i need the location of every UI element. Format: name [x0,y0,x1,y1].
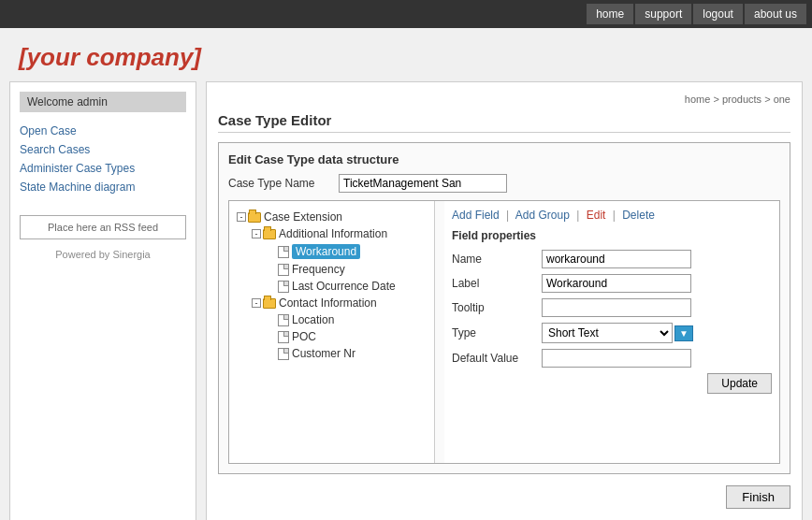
nav-about-button[interactable]: about us [745,4,806,24]
prop-name-label: Name [452,253,536,266]
prop-type-label: Type [452,326,536,339]
sidebar-item-administer-case-types[interactable]: Administer Case Types [20,159,186,178]
editor-section-title: Edit Case Type data structure [228,152,780,166]
sidebar: Welcome admin Open Case Search Cases Adm… [9,81,196,520]
tree-node-frequency[interactable]: Frequency [237,261,427,278]
edit-link[interactable]: Edit [587,209,606,222]
nav-support-button[interactable]: support [635,4,691,24]
field-properties-title: Field properties [452,229,772,242]
page-title: Case Type Editor [218,112,790,133]
file-icon-customer-nr [278,348,289,360]
tree-node-customer-nr[interactable]: Customer Nr [237,345,427,362]
welcome-bar: Welcome admin [20,92,186,112]
tree-node-poc[interactable]: POC [237,328,427,345]
node-label-workaround: Workaround [292,244,360,259]
prop-default-input[interactable] [542,349,691,368]
sidebar-item-state-machine[interactable]: State Machine diagram [20,178,186,196]
folder-icon-case-extension [248,212,261,223]
node-label-last-occurrence: Last Ocurrence Date [292,280,396,293]
tree-line-location [267,313,276,326]
separator-3: | [613,209,616,222]
folder-icon-contact-info [263,298,276,309]
separator-1: | [506,209,509,222]
file-icon-poc [278,331,289,343]
folder-icon-additional-info [263,229,276,239]
top-nav-bar: home support logout about us [0,0,812,28]
prop-default-label: Default Value [452,352,536,365]
tree-node-case-extension[interactable]: - Case Extension [237,209,427,225]
case-type-name-input[interactable] [339,174,507,193]
case-type-name-label: Case Type Name [228,177,331,190]
editor-panel: Edit Case Type data structure Case Type … [218,142,790,474]
tree-line-last-occurrence [267,280,276,293]
tree-line-customer-nr [267,347,276,360]
prop-label-label: Label [452,277,536,290]
sidebar-item-search-cases[interactable]: Search Cases [20,140,186,159]
expand-contact-info[interactable]: - [252,298,261,308]
tree-line-frequency [267,263,276,276]
tree-node-contact-info[interactable]: - Contact Information [237,295,427,311]
prop-type-select[interactable]: Short Text Long Text Date Number Boolean [542,323,673,343]
file-icon-last-occurrence [278,281,289,293]
prop-name-input[interactable] [542,250,691,268]
tree-line-workaround [267,245,276,258]
node-label-customer-nr: Customer Nr [292,347,355,360]
tree-node-location[interactable]: Location [237,311,427,328]
file-icon-workaround [278,246,289,258]
nav-logout-button[interactable]: logout [693,4,743,24]
tree-panel: - Case Extension - Additional Informatio… [229,201,435,463]
type-dropdown-arrow[interactable]: ▼ [674,325,693,341]
separator-2: | [576,209,579,222]
node-label-additional-info: Additional Information [279,227,387,240]
node-label-contact-info: Contact Information [279,296,377,310]
tree-node-last-occurrence[interactable]: Last Ocurrence Date [237,278,427,295]
file-icon-frequency [278,264,289,276]
prop-label-input[interactable] [542,274,691,293]
tree-node-workaround[interactable]: Workaround [237,242,427,261]
expand-case-extension[interactable]: - [237,212,246,222]
case-type-name-row: Case Type Name [228,174,780,193]
prop-tooltip-input[interactable] [542,298,691,317]
breadcrumb: home > products > one [218,94,790,105]
prop-tooltip-label: Tooltip [452,301,536,314]
prop-label-row: Label [452,274,772,293]
field-actions-bar: Add Field | Add Group | Edit | Delete [452,209,772,222]
prop-type-row: Type Short Text Long Text Date Number Bo… [452,323,772,343]
prop-name-row: Name [452,250,772,268]
username-label: admin [77,95,108,108]
prop-tooltip-row: Tooltip [452,298,772,317]
tree-node-additional-info[interactable]: - Additional Information [237,225,427,242]
prop-type-select-wrap: Short Text Long Text Date Number Boolean… [542,323,693,343]
sidebar-item-open-case[interactable]: Open Case [20,122,186,140]
tree-and-props-panel: - Case Extension - Additional Informatio… [228,200,780,464]
file-icon-location [278,314,289,326]
expand-additional-info[interactable]: - [252,229,261,238]
footer-actions: Finish [218,485,790,509]
company-title: [your company] [0,28,812,81]
tree-line-poc [267,330,276,343]
main-content: home > products > one Case Type Editor E… [206,81,803,520]
finish-button[interactable]: Finish [726,485,790,509]
node-label-poc: POC [292,330,316,343]
rss-feed-box: Place here an RSS feed [20,215,186,239]
update-button[interactable]: Update [707,373,772,394]
main-layout: Welcome admin Open Case Search Cases Adm… [0,81,812,520]
nav-home-button[interactable]: home [587,4,633,24]
node-label-case-extension: Case Extension [264,210,342,224]
add-group-link[interactable]: Add Group [515,209,570,222]
prop-default-row: Default Value [452,349,772,368]
welcome-label: Welcome [27,95,74,108]
field-properties-panel: Add Field | Add Group | Edit | Delete Fi… [444,201,779,463]
add-field-link[interactable]: Add Field [452,209,500,222]
delete-link[interactable]: Delete [622,209,655,222]
node-label-location: Location [292,313,334,326]
node-label-frequency: Frequency [292,263,345,276]
update-button-row: Update [452,373,772,394]
powered-by: Powered by Sinergia [20,249,186,260]
